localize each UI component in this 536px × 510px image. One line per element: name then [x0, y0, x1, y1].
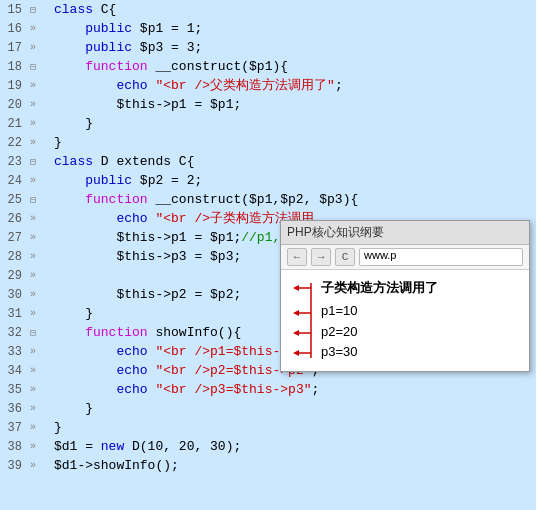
fold-icon[interactable]: ⊟: [26, 156, 40, 168]
fold-icon[interactable]: »: [26, 346, 40, 357]
code-line: $this->p1 = $p1;: [50, 95, 536, 114]
fold-icon[interactable]: »: [26, 365, 40, 376]
line-number: 31: [0, 307, 26, 321]
code-token: "<br />p3=$this->p3": [155, 382, 311, 397]
line-row: 34»: [0, 361, 50, 380]
code-line: }: [50, 399, 536, 418]
fold-icon[interactable]: »: [26, 460, 40, 471]
fold-icon[interactable]: »: [26, 232, 40, 243]
line-row: 19»: [0, 76, 50, 95]
code-token: ;: [335, 78, 343, 93]
fold-icon[interactable]: ⊟: [26, 327, 40, 339]
fold-icon[interactable]: »: [26, 175, 40, 186]
code-line: class C{: [50, 0, 536, 19]
line-row: 24»: [0, 171, 50, 190]
fold-icon[interactable]: »: [26, 251, 40, 262]
line-number: 20: [0, 98, 26, 112]
code-token: echo: [116, 382, 147, 397]
nav-forward-button[interactable]: →: [311, 248, 331, 266]
line-row: 29»: [0, 266, 50, 285]
fold-icon[interactable]: »: [26, 270, 40, 281]
browser-output: 子类构造方法调用了 p1=10p2=20p3=30: [321, 278, 519, 363]
fold-icon[interactable]: ⊟: [26, 194, 40, 206]
fold-icon[interactable]: »: [26, 80, 40, 91]
code-token: $p2 = 2;: [132, 173, 202, 188]
line-number: 21: [0, 117, 26, 131]
line-row: 30»: [0, 285, 50, 304]
fold-icon[interactable]: »: [26, 441, 40, 452]
line-row: 32⊟: [0, 323, 50, 342]
fold-icon[interactable]: »: [26, 422, 40, 433]
browser-nav-bar: ← → C www.p: [281, 245, 529, 270]
line-row: 22»: [0, 133, 50, 152]
code-token: $this->p2 = $p2;: [54, 287, 241, 302]
code-token: __construct($p1,$p2, $p3){: [148, 192, 359, 207]
code-token: }: [54, 401, 93, 416]
code-line: $d1->showInfo();: [50, 456, 536, 475]
code-line: }: [50, 114, 536, 133]
nav-back-button[interactable]: ←: [287, 248, 307, 266]
output-line: p1=10: [321, 301, 519, 322]
line-number: 32: [0, 326, 26, 340]
fold-icon[interactable]: »: [26, 384, 40, 395]
code-token: }: [54, 420, 62, 435]
nav-refresh-button[interactable]: C: [335, 248, 355, 266]
line-number: 19: [0, 79, 26, 93]
code-token: echo: [116, 78, 147, 93]
code-token: function: [85, 325, 147, 340]
code-token: echo: [116, 344, 147, 359]
code-line: public $p1 = 1;: [50, 19, 536, 38]
fold-icon[interactable]: »: [26, 137, 40, 148]
line-row: 35»: [0, 380, 50, 399]
code-token: [54, 173, 85, 188]
line-row: 18⊟: [0, 57, 50, 76]
fold-icon[interactable]: »: [26, 213, 40, 224]
output-line: p3=30: [321, 342, 519, 363]
line-row: 39»: [0, 456, 50, 475]
line-number: 22: [0, 136, 26, 150]
code-token: new: [101, 439, 124, 454]
line-row: 25⊟: [0, 190, 50, 209]
output-lines: p1=10p2=20p3=30: [321, 301, 519, 363]
line-row: 37»: [0, 418, 50, 437]
code-token: D extends C{: [93, 154, 194, 169]
fold-icon[interactable]: »: [26, 42, 40, 53]
output-line: p2=20: [321, 322, 519, 343]
code-token: $this->p1 = $p1;: [54, 97, 241, 112]
line-row: 17»: [0, 38, 50, 57]
code-token: public: [85, 40, 132, 55]
code-token: D(10, 20, 30);: [124, 439, 241, 454]
fold-icon[interactable]: »: [26, 23, 40, 34]
code-token: }: [54, 116, 93, 131]
code-token: "<br />父类构造方法调用了": [155, 78, 334, 93]
code-token: [54, 59, 85, 74]
fold-icon[interactable]: ⊟: [26, 4, 40, 16]
code-line: echo "<br />父类构造方法调用了";: [50, 76, 536, 95]
line-row: 23⊟: [0, 152, 50, 171]
code-token: $this->p3 = $p3;: [54, 249, 241, 264]
fold-icon[interactable]: ⊟: [26, 61, 40, 73]
line-row: 28»: [0, 247, 50, 266]
red-arrows-svg: [291, 278, 321, 368]
code-token: [54, 325, 85, 340]
code-token: function: [85, 59, 147, 74]
fold-icon[interactable]: »: [26, 308, 40, 319]
code-line: }: [50, 418, 536, 437]
line-number: 18: [0, 60, 26, 74]
line-row: 33»: [0, 342, 50, 361]
line-row: 36»: [0, 399, 50, 418]
line-number: 28: [0, 250, 26, 264]
code-line: }: [50, 133, 536, 152]
browser-popup[interactable]: PHP核心知识纲要 ← → C www.p: [280, 220, 530, 372]
code-line: function __construct($p1,$p2, $p3){: [50, 190, 536, 209]
url-bar[interactable]: www.p: [359, 248, 523, 266]
code-token: $this->p1 = $p1;: [54, 230, 241, 245]
fold-icon[interactable]: »: [26, 99, 40, 110]
browser-content: 子类构造方法调用了 p1=10p2=20p3=30: [281, 270, 529, 371]
fold-icon[interactable]: »: [26, 289, 40, 300]
line-number: 17: [0, 41, 26, 55]
fold-icon[interactable]: »: [26, 118, 40, 129]
line-row: 38»: [0, 437, 50, 456]
code-token: }: [54, 135, 62, 150]
fold-icon[interactable]: »: [26, 403, 40, 414]
